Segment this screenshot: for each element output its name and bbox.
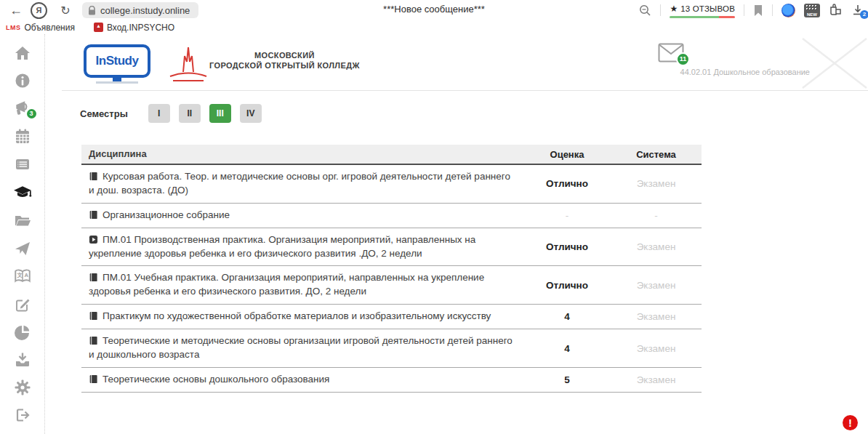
- sidebar-item-grades[interactable]: [12, 183, 33, 202]
- alert-notification-icon[interactable]: !: [843, 415, 858, 430]
- semester-tab-1[interactable]: I: [148, 104, 170, 123]
- sidebar-item-compose[interactable]: [14, 295, 31, 313]
- site-header: InStudy МОСКОВСКИЙ ГОРОДСКОЙ ОТКРЫТЫЙ КО…: [45, 34, 868, 91]
- bookmark-announcements[interactable]: LMS Объявления: [6, 23, 75, 33]
- instudy-logo-text: InStudy: [96, 54, 139, 68]
- semester-tab-2[interactable]: II: [179, 104, 201, 123]
- sidebar-item-downloads[interactable]: [14, 351, 31, 369]
- sidebar: 3 A文: [0, 34, 45, 434]
- svg-text:文: 文: [16, 272, 23, 278]
- tab-title: ***Новое сообщение***: [383, 4, 485, 15]
- sidebar-item-settings[interactable]: [14, 379, 31, 397]
- extension-avatar-icon[interactable]: [781, 4, 795, 17]
- send-icon: [14, 240, 31, 257]
- new-badge: NEW: [807, 12, 817, 17]
- main-content: InStudy МОСКОВСКИЙ ГОРОДСКОЙ ОТКРЫТЫЙ КО…: [45, 34, 868, 434]
- pie-chart-icon: [14, 324, 31, 341]
- url-text: college.instudy.online: [100, 5, 190, 16]
- grades-table: Дисциплина Оценка Система Курсовая работ…: [81, 145, 702, 393]
- sidebar-item-home[interactable]: [14, 44, 31, 62]
- address-bar[interactable]: college.instudy.online: [82, 2, 198, 18]
- discipline-title: ПМ.01 Учебная практика. Организация меро…: [89, 272, 484, 297]
- grade-value: 4: [523, 311, 611, 322]
- bookmark-label: Объявления: [25, 23, 75, 33]
- rating-bar: [670, 16, 735, 18]
- system-value: Экзамен: [611, 241, 702, 252]
- announcements-badge: 3: [25, 108, 38, 120]
- system-value: -: [611, 210, 702, 221]
- downloads-button[interactable]: 2: [852, 4, 864, 16]
- discipline-title: Организационное собрание: [103, 209, 230, 220]
- table-row[interactable]: Теоретические и методические основы орга…: [81, 329, 702, 368]
- edit-icon: [14, 296, 31, 313]
- column-grade: Оценка: [523, 149, 611, 160]
- instudy-logo[interactable]: InStudy: [84, 44, 150, 84]
- discipline-title: Практикум по художественной обработке ма…: [103, 310, 491, 321]
- info-icon: [14, 72, 31, 89]
- table-header-row: Дисциплина Оценка Система: [81, 145, 702, 165]
- refresh-button[interactable]: ↻: [57, 4, 73, 17]
- sidebar-item-translate[interactable]: A文: [13, 267, 32, 286]
- semester-switcher: Семестры I II III IV: [80, 104, 270, 123]
- mail-badge: 11: [676, 52, 690, 66]
- sidebar-item-calendar[interactable]: [14, 127, 31, 145]
- extension-new-icon[interactable]: NEW: [804, 4, 820, 17]
- table-row[interactable]: Практикум по художественной обработке ма…: [81, 305, 702, 329]
- table-row[interactable]: Организационное собрание - -: [81, 204, 702, 228]
- reviews-label: 13 отзывов: [680, 4, 735, 13]
- semester-tab-3[interactable]: III: [209, 104, 231, 123]
- downloads-badge: 2: [860, 10, 868, 19]
- system-value: Экзамен: [611, 178, 702, 189]
- bookmark-inpsycho[interactable]: Вход.INPSYCHO: [94, 23, 174, 33]
- page: ← Я ↻ college.instudy.online ***Новое со…: [0, 0, 868, 434]
- college-emblem-icon: [167, 43, 209, 84]
- svg-text:A: A: [24, 272, 28, 278]
- table-row[interactable]: ПМ.01 Производственная практика. Организ…: [81, 228, 702, 267]
- table-row[interactable]: ПМ.01 Учебная практика. Организация меро…: [81, 266, 702, 305]
- separator: [772, 4, 773, 16]
- system-value: Экзамен: [611, 343, 702, 354]
- grade-value: 5: [523, 374, 611, 385]
- grade-value: Отлично: [523, 241, 611, 252]
- search-icon[interactable]: [639, 4, 651, 17]
- sidebar-item-messages[interactable]: [14, 239, 31, 257]
- translate-book-icon: A文: [13, 267, 32, 286]
- column-discipline: Дисциплина: [81, 148, 523, 161]
- gear-icon: [14, 379, 31, 396]
- system-value: Экзамен: [611, 280, 702, 291]
- semester-tab-4[interactable]: IV: [240, 104, 262, 123]
- mail-button[interactable]: 11: [658, 43, 684, 63]
- sidebar-item-statistics[interactable]: [14, 323, 31, 341]
- list-card-icon: [14, 156, 31, 173]
- sidebar-item-files[interactable]: [14, 212, 31, 230]
- lock-icon: [88, 6, 96, 15]
- logo-stand-base: [96, 81, 138, 84]
- table-row[interactable]: Теоретические основы дошкольного образов…: [81, 368, 702, 393]
- calendar-icon: [14, 128, 31, 145]
- separator: [660, 4, 661, 16]
- reviews-button[interactable]: ★ 13 отзывов: [670, 4, 735, 17]
- table-row[interactable]: Курсовая работа. Теор. и методические ос…: [81, 165, 702, 204]
- yandex-home-button[interactable]: Я: [31, 2, 47, 19]
- system-value: Экзамен: [611, 311, 702, 322]
- sidebar-item-announcements[interactable]: 3: [13, 99, 32, 118]
- browser-toolbar: ← Я ↻ college.instudy.online ***Новое со…: [0, 0, 868, 20]
- back-button[interactable]: ←: [7, 3, 25, 18]
- college-name: МОСКОВСКИЙ ГОРОДСКОЙ ОТКРЫТЫЙ КОЛЛЕДЖ: [209, 50, 360, 71]
- download-icon: [14, 351, 31, 369]
- sidebar-item-schedule[interactable]: [14, 156, 31, 174]
- discipline-title: Теоретические и методические основы орга…: [89, 335, 513, 360]
- sidebar-panel-icon[interactable]: [829, 4, 843, 17]
- book-icon: [89, 336, 98, 345]
- discipline-title: Теоретические основы дошкольного образов…: [103, 374, 329, 385]
- college-name-line2: ГОРОДСКОЙ ОТКРЫТЫЙ КОЛЛЕДЖ: [209, 60, 360, 71]
- lms-favicon: LMS: [6, 24, 21, 31]
- graduation-cap-icon: [12, 183, 33, 202]
- sidebar-item-logout[interactable]: [14, 406, 31, 425]
- sidebar-item-info[interactable]: [14, 71, 31, 89]
- avatar-placeholder: [801, 37, 868, 89]
- column-system: Система: [611, 149, 702, 160]
- inpsycho-favicon: [94, 23, 103, 32]
- bookmark-icon[interactable]: [753, 4, 763, 17]
- program-label: 44.02.01 Дошкольное образование: [680, 68, 810, 76]
